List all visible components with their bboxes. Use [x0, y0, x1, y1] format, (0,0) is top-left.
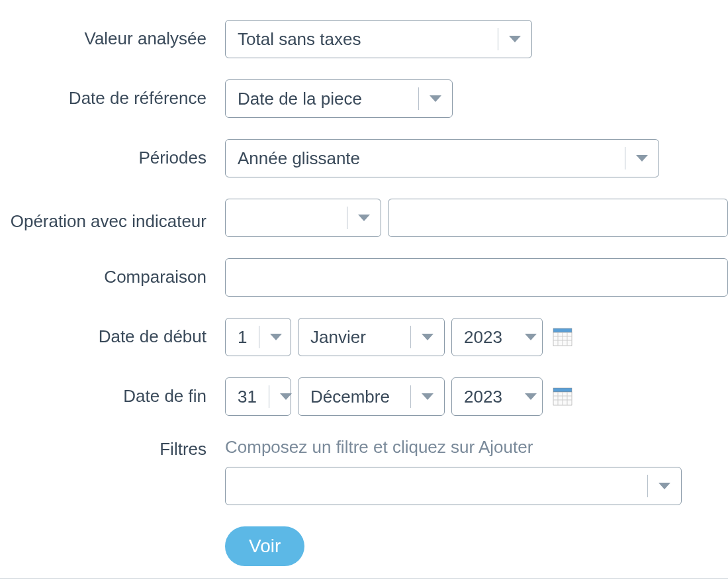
select-date-debut-month-value: Janvier [298, 327, 410, 348]
chevron-down-icon [514, 326, 547, 348]
chevron-down-icon [410, 326, 444, 348]
calendar-icon[interactable] [552, 386, 573, 407]
row-operation-indicateur: Opération avec indicateur [0, 199, 728, 237]
label-date-debut: Date de début [0, 326, 225, 348]
select-date-fin-month-value: Décembre [298, 387, 410, 407]
select-valeur-analysee[interactable]: Total sans taxes [225, 20, 532, 58]
select-date-debut-day-value: 1 [226, 327, 259, 348]
select-date-debut-day[interactable]: 1 [225, 318, 291, 356]
select-date-fin-month[interactable]: Décembre [298, 377, 445, 416]
label-filtres: Filtres [0, 437, 225, 461]
row-valeur-analysee: Valeur analysée Total sans taxes [0, 20, 728, 58]
select-filtres[interactable] [225, 467, 682, 505]
svg-rect-7 [553, 388, 572, 392]
input-operation-indicator[interactable] [388, 199, 728, 237]
chevron-down-icon [259, 326, 293, 348]
label-date-fin: Date de fin [0, 385, 225, 408]
chevron-down-icon [625, 147, 659, 170]
row-periodes: Périodes Année glissante [0, 139, 728, 177]
row-date-debut: Date de début 1 Janvier 2023 [0, 318, 728, 356]
chevron-down-icon [498, 28, 531, 50]
select-date-debut-year-value: 2023 [452, 327, 514, 348]
row-submit: Voir [0, 526, 728, 579]
select-date-debut-year[interactable]: 2023 [451, 318, 543, 356]
calendar-icon[interactable] [552, 326, 573, 348]
chevron-down-icon [347, 207, 381, 229]
label-operation-indicateur: Opération avec indicateur [0, 203, 225, 233]
select-date-reference[interactable]: Date de la piece [225, 79, 453, 118]
label-valeur-analysee: Valeur analysée [0, 28, 225, 50]
chevron-down-icon [647, 475, 681, 497]
select-date-fin-day-value: 31 [226, 387, 269, 407]
select-date-fin-year[interactable]: 2023 [451, 377, 543, 416]
select-valeur-analysee-value: Total sans taxes [226, 29, 498, 50]
select-date-fin-year-value: 2023 [452, 387, 514, 407]
select-operation-operator[interactable] [225, 199, 381, 237]
submit-button[interactable]: Voir [225, 526, 304, 566]
select-date-fin-day[interactable]: 31 [225, 377, 291, 416]
input-comparaison[interactable] [225, 258, 728, 297]
select-date-debut-month[interactable]: Janvier [298, 318, 445, 356]
row-filtres: Filtres Composez un filtre et cliquez su… [0, 437, 728, 505]
label-comparaison: Comparaison [0, 266, 225, 289]
label-date-reference: Date de référence [0, 87, 225, 110]
chevron-down-icon [418, 87, 452, 110]
row-comparaison: Comparaison [0, 258, 728, 297]
svg-rect-0 [553, 328, 572, 332]
select-periodes[interactable]: Année glissante [225, 139, 659, 177]
row-date-fin: Date de fin 31 Décembre 2023 [0, 377, 728, 416]
chevron-down-icon [514, 385, 547, 408]
label-periodes: Périodes [0, 147, 225, 170]
select-date-reference-value: Date de la piece [226, 89, 418, 109]
chevron-down-icon [410, 385, 444, 408]
row-date-reference: Date de référence Date de la piece [0, 79, 728, 118]
filtres-hint: Composez un filtre et cliquez sur Ajoute… [225, 437, 682, 458]
select-periodes-value: Année glissante [226, 148, 625, 169]
